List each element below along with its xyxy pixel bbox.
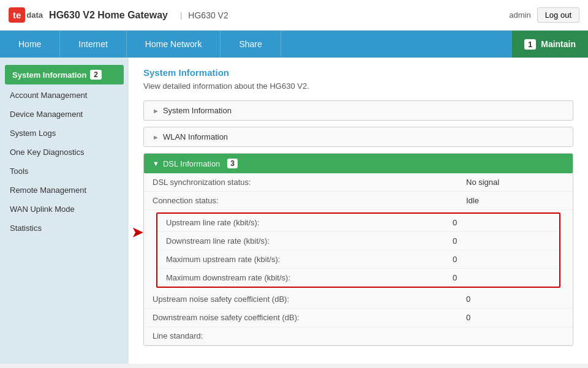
header: te data HG630 V2 Home Gateway | HG630 V2… — [0, 0, 588, 31]
dsl-row-downstream-noise: Downstream noise safety coefficient (dB)… — [144, 309, 573, 327]
sidebar-item-label: Account Management — [10, 91, 87, 100]
nav-item-home[interactable]: Home — [0, 31, 60, 58]
sidebar-item-label: System Logs — [10, 129, 56, 138]
sidebar-item-device-management[interactable]: Device Management — [0, 105, 129, 124]
dsl-value-line-standard — [466, 331, 564, 340]
admin-label: admin — [509, 10, 530, 20]
nav-item-maintain[interactable]: 1 Maintain — [512, 31, 588, 58]
dsl-label-upstream-rate: Upstream line rate (kbit/s): — [166, 218, 453, 227]
maintain-label: Maintain — [541, 39, 576, 49]
section-header-system-info[interactable]: ► System Information — [144, 101, 573, 120]
logo-data-text: data — [26, 10, 43, 20]
dsl-label-sync-status: DSL synchronization status: — [153, 178, 466, 187]
dsl-row-max-downstream: Maximum downstream rate (kbit/s): 0 — [157, 269, 559, 287]
sidebar-item-label: Statistics — [10, 223, 42, 233]
logo-icon: te — [9, 7, 25, 23]
sidebar-item-account-management[interactable]: Account Management — [0, 86, 129, 105]
dsl-section-badge: 3 — [227, 159, 238, 168]
header-title: HG630 V2 Home Gateway — [49, 10, 168, 21]
nav-item-home-network[interactable]: Home Network — [127, 31, 221, 58]
header-divider: | — [180, 10, 182, 20]
dsl-value-upstream-noise: 0 — [466, 295, 564, 304]
dsl-label-max-downstream: Maximum downstream rate (kbit/s): — [166, 273, 453, 282]
section-label: DSL Information — [163, 159, 220, 168]
dsl-row-upstream-noise: Upstream noise safety coefficient (dB): … — [144, 290, 573, 309]
sidebar-item-label: One Key Diagnostics — [10, 148, 84, 157]
dsl-row-downstream-rate: Downstream line rate (kbit/s): 0 — [157, 232, 559, 250]
section-system-info: ► System Information — [143, 100, 573, 121]
dsl-label-max-upstream: Maximum upstream rate (kbit/s): — [166, 255, 453, 264]
dsl-row-sync-status: DSL synchronization status: No signal — [144, 173, 573, 192]
sidebar-item-remote-management[interactable]: Remote Management — [0, 181, 129, 200]
sidebar-item-system-logs[interactable]: System Logs — [0, 124, 129, 143]
dsl-label-downstream-noise: Downstream noise safety coefficient (dB)… — [153, 313, 466, 322]
sidebar-item-label: Remote Management — [10, 186, 86, 195]
nav-item-internet[interactable]: Internet — [60, 31, 126, 58]
dsl-row-upstream-rate: Upstream line rate (kbit/s): 0 — [157, 214, 559, 232]
dsl-label-upstream-noise: Upstream noise safety coefficient (dB): — [153, 295, 466, 304]
maintain-badge: 1 — [524, 39, 536, 50]
sidebar-item-wan-uplink-mode[interactable]: WAN Uplink Mode — [0, 200, 129, 219]
dsl-value-max-upstream: 0 — [453, 255, 551, 264]
content-title: System Information — [143, 67, 573, 78]
header-subtitle: HG630 V2 — [188, 10, 228, 20]
chevron-right-icon: ► — [153, 133, 159, 141]
sidebar-item-statistics[interactable]: Statistics — [0, 219, 129, 238]
dsl-value-max-downstream: 0 — [453, 273, 551, 282]
section-label: WLAN Information — [163, 132, 228, 141]
dsl-value-downstream-rate: 0 — [453, 236, 551, 246]
chevron-down-icon: ▼ — [153, 160, 159, 167]
sidebar-badge: 2 — [90, 70, 102, 80]
dsl-row-max-upstream: Maximum upstream rate (kbit/s): 0 — [157, 250, 559, 269]
sidebar-item-tools[interactable]: Tools — [0, 162, 129, 181]
sidebar-item-label: Tools — [10, 167, 28, 176]
section-label: System Information — [163, 106, 232, 115]
content-area: System Information View detailed informa… — [129, 58, 588, 364]
dsl-row-line-standard: Line standard: — [144, 327, 573, 345]
main-nav: Home Internet Home Network Share 1 Maint… — [0, 31, 588, 58]
content-desc: View detailed information about the HG63… — [143, 81, 573, 91]
logo: te data — [9, 7, 43, 23]
dsl-row-connection-status: Connection status: Idle — [144, 192, 573, 210]
sidebar-item-label: Device Management — [10, 110, 83, 119]
sidebar-item-label: WAN Uplink Mode — [10, 205, 75, 214]
section-dsl-info: ▼ DSL Information 3 DSL synchronization … — [143, 153, 573, 346]
red-arrow-indicator: ➤ — [132, 225, 143, 241]
sidebar-item-label: System Information — [12, 70, 86, 80]
logout-button[interactable]: Log out — [537, 7, 579, 23]
dsl-label-connection-status: Connection status: — [153, 196, 466, 205]
dsl-value-connection-status: Idle — [466, 196, 564, 205]
dsl-label-downstream-rate: Downstream line rate (kbit/s): — [166, 236, 453, 246]
header-right: admin Log out — [509, 7, 579, 23]
section-wlan-info: ► WLAN Information — [143, 127, 573, 147]
highlighted-dsl-group: Upstream line rate (kbit/s): 0 Downstrea… — [156, 212, 560, 288]
main-layout: System Information 2 Account Management … — [0, 58, 588, 364]
section-header-wlan-info[interactable]: ► WLAN Information — [144, 127, 573, 146]
dsl-value-upstream-rate: 0 — [453, 218, 551, 227]
sidebar-item-one-key-diagnostics[interactable]: One Key Diagnostics — [0, 143, 129, 162]
chevron-right-icon: ► — [153, 107, 159, 115]
section-header-dsl-info[interactable]: ▼ DSL Information 3 — [144, 154, 573, 173]
dsl-label-line-standard: Line standard: — [153, 331, 466, 340]
sidebar: System Information 2 Account Management … — [0, 58, 129, 364]
dsl-value-sync-status: No signal — [466, 178, 564, 187]
sidebar-item-system-information[interactable]: System Information 2 — [5, 65, 124, 84]
nav-item-share[interactable]: Share — [221, 31, 281, 58]
dsl-value-downstream-noise: 0 — [466, 313, 564, 322]
